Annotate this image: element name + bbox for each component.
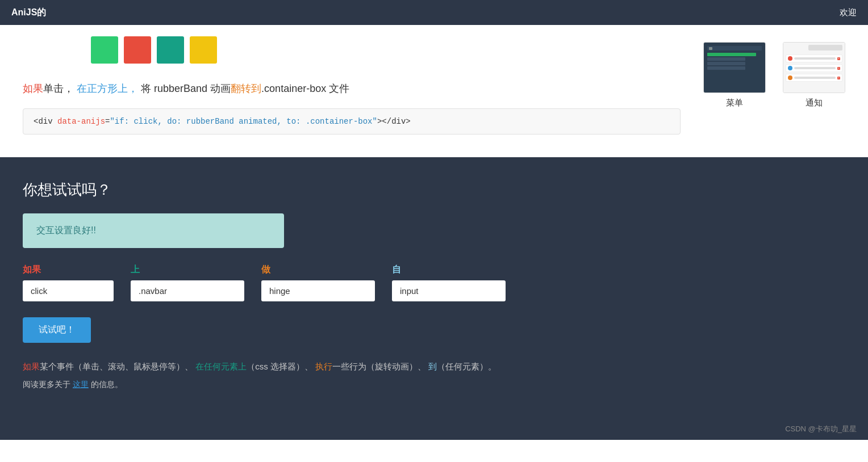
color-block-green[interactable] [91,36,118,64]
if-group: 如果 [23,264,114,301]
mini-notif-text-1 [794,57,836,60]
mini-notif-icon-1 [788,56,792,61]
color-block-yellow[interactable] [190,36,217,64]
menu-label: 菜单 [726,98,743,108]
read-more-suffix: 的信息。 [91,380,123,389]
notification-screenshot-card: × × × 通知 [783,42,845,108]
on-input[interactable] [131,280,244,301]
bottom-to: 到 [428,362,437,371]
right-content: 菜单 × × [703,36,845,135]
footer: CSDN @卡布叻_星星 [0,418,868,440]
dark-section: 你想试试吗？ 交互设置良好!! 如果 上 做 自 试试吧！ 如果某个事件（单击、… [0,157,868,418]
mini-menu-bar [707,46,762,51]
mini-menu-preview [704,43,765,93]
mini-menu-item-2 [707,57,745,61]
code-block: <div data-anijs="if: click, do: rubberBa… [23,108,681,135]
white-section: 如果单击， 在正方形上， 将 rubberBand 动画翻转到.containe… [0,25,868,157]
mini-notif-icon-3 [788,75,792,80]
interactive-box-text: 交互设置良好!! [36,225,96,237]
from-label: 自 [392,264,506,276]
mini-notif-icon-2 [788,66,792,70]
description-text: 如果单击， 在正方形上， 将 rubberBand 动画翻转到.containe… [23,81,681,97]
mini-notif-row-1: × [786,54,842,62]
on-group: 上 [131,264,244,301]
read-more-link[interactable]: 这里 [73,380,89,389]
try-title: 你想试试吗？ [23,180,845,200]
color-block-teal[interactable] [157,36,184,64]
mini-menu-icon [709,47,712,50]
top-navbar: AniJS的 欢迎 [0,0,868,25]
mini-notif-close-1: × [837,57,840,60]
welcome-text: 欢迎 [840,7,857,18]
bottom-on: 在任何元素上 [195,362,247,371]
mini-menu-item-1 [707,53,756,56]
try-button[interactable]: 试试吧！ [23,317,91,343]
mini-menu-item-3 [707,62,745,65]
desc-if: 如果 [23,83,43,94]
bottom-if: 如果 [23,362,40,371]
read-more-text: 阅读更多关于 [23,380,70,389]
mini-notif-preview: × × × [783,43,845,93]
desc-will: 将 [141,83,151,94]
mini-notif-row-2: × [786,64,842,72]
footer-text: CSDN @卡布叻_星星 [785,425,857,433]
app-title: AniJS的 [11,7,46,19]
menu-screenshot [703,42,766,93]
if-input[interactable] [23,280,114,301]
menu-screenshot-card: 菜单 [703,42,766,108]
color-block-red[interactable] [124,36,151,64]
if-label: 如果 [23,264,114,276]
mini-menu-items [707,53,762,70]
notification-screenshot: × × × [783,42,845,93]
on-label: 上 [131,264,244,276]
form-row: 如果 上 做 自 [23,264,845,301]
desc-on: 在正方形上， [77,83,138,94]
color-blocks [91,36,681,64]
read-more: 阅读更多关于 这里 的信息。 [23,380,845,390]
mini-notif-text-2 [794,67,836,69]
do-label: 做 [261,264,375,276]
bottom-description: 如果某个事件（单击、滚动、鼠标悬停等）、 在任何元素上（css 选择器）、 执行… [23,359,845,374]
mini-notif-close-3: × [837,77,840,79]
mini-notif-header [808,45,842,51]
interactive-box: 交互设置良好!! [23,213,284,248]
do-group: 做 [261,264,375,301]
mini-notif-row-3: × [786,74,842,82]
mini-menu-item-4 [707,66,745,70]
notification-label: 通知 [806,98,823,108]
do-input[interactable] [261,280,375,301]
mini-notif-text-3 [794,77,836,79]
from-input[interactable] [392,280,506,301]
desc-to: 翻转到 [231,83,261,94]
from-group: 自 [392,264,506,301]
left-content: 如果单击， 在正方形上， 将 rubberBand 动画翻转到.containe… [23,36,681,135]
bottom-do: 执行 [315,362,332,371]
mini-notif-close-2: × [837,67,840,70]
